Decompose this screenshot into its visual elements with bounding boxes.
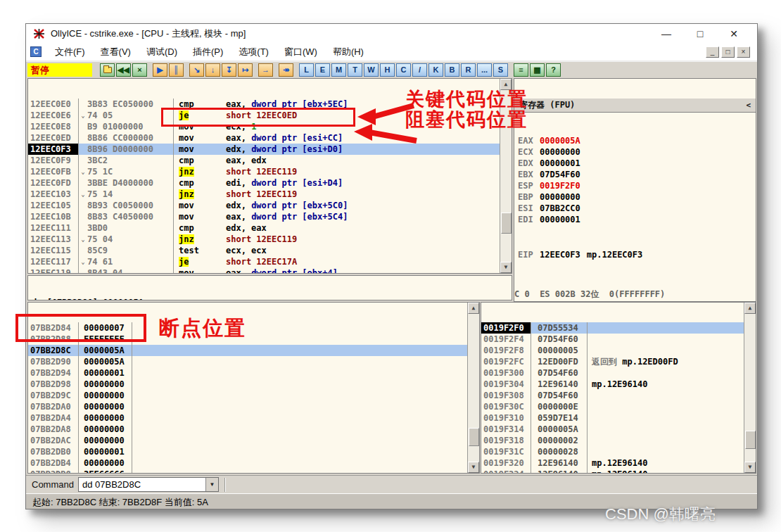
dump-row[interactable]: 07BB2DA000000000 xyxy=(28,401,479,412)
registers-pane[interactable]: 寄存器 (FPU) < EAX0000005AECX00000000EDX000… xyxy=(514,78,756,302)
restart-button[interactable]: ◀◀ xyxy=(116,63,131,77)
dump-row[interactable]: 07BB2DA400000000 xyxy=(28,412,479,424)
register-row[interactable]: EDI00000001 xyxy=(514,214,756,225)
flag-row[interactable]: C 0 ES 002B 32位 0(FFFFFFFF) xyxy=(514,289,756,300)
menu-item-V[interactable]: 查看(V) xyxy=(93,44,139,61)
step-over-button[interactable]: ↓ xyxy=(205,63,220,77)
eip-row[interactable]: EIP12EEC0F3mp.12EEC0F3 xyxy=(514,249,756,260)
disasm-row[interactable]: 12EEC0FD3BBE D4000000cmpedi, dword ptr [… xyxy=(28,177,512,189)
disasm-row[interactable]: 12EEC10B8B83 C4050000moveax, dword ptr [… xyxy=(28,211,512,222)
scrollbar-thumb[interactable] xyxy=(501,213,512,234)
register-row[interactable]: EBP00000000 xyxy=(514,191,756,203)
scroll-up-icon[interactable]: ▲ xyxy=(468,303,479,314)
dump-row[interactable]: 07BB2DB000000001 xyxy=(28,446,479,457)
stack-row[interactable]: 0019F30807D54F60 xyxy=(481,390,756,401)
menu-item-H[interactable]: 帮助(H) xyxy=(325,44,372,61)
dump-row[interactable]: 07BB2D8C0000005A xyxy=(28,345,479,356)
disassembly-pane[interactable]: 12EEC0E03B83 EC050000cmpeax, dword ptr [… xyxy=(27,78,512,274)
scrollbar-thumb[interactable] xyxy=(469,428,479,446)
log-window-button[interactable]: L xyxy=(299,63,314,77)
references-button[interactable]: R xyxy=(461,63,476,77)
windows-button[interactable]: W xyxy=(364,63,379,77)
disasm-row[interactable]: 12EEC0F38B96 D0000000movedx, dword ptr [… xyxy=(28,144,512,155)
register-row[interactable]: ESP0019F2F0 xyxy=(514,180,756,191)
dump-row[interactable]: 07BB2DA800000000 xyxy=(28,424,479,435)
scrollbar-thumb[interactable] xyxy=(745,431,756,449)
trace-over-button[interactable]: ↦ xyxy=(238,63,253,77)
dump-row[interactable]: 07BB2D9800000000 xyxy=(28,379,479,390)
disasm-row[interactable]: 12EEC0E8B9 01000000movecx, 1 xyxy=(28,121,512,132)
breakpoints-button[interactable]: B xyxy=(445,63,459,77)
stack-pane[interactable]: 0019F2F007D555340019F2F407D54F600019F2F8… xyxy=(481,302,756,474)
menu-item-F[interactable]: 文件(F) xyxy=(47,44,93,61)
pause-button[interactable]: ║ xyxy=(169,63,184,77)
chevron-down-icon[interactable]: ▼ xyxy=(205,478,218,491)
disasm-row[interactable]: 12EEC117⌄74 61jeshort 12EEC17A xyxy=(28,256,512,267)
dump-row[interactable]: 07BB2DB83EE66666 xyxy=(28,469,479,474)
run-trace-button[interactable]: ... xyxy=(477,63,492,77)
disasm-row[interactable]: 12EEC1198B43 04moveax, dword ptr [ebx+4] xyxy=(28,267,512,274)
source-button[interactable]: S xyxy=(493,63,508,77)
stack-row[interactable]: 0019F2FC12ED00FD返回到 mp.12ED00FD xyxy=(481,356,756,367)
menu-item-W[interactable]: 窗口(W) xyxy=(277,44,325,61)
stack-row[interactable]: 0019F30007D54F60 xyxy=(481,367,756,379)
open-file-button[interactable] xyxy=(100,63,115,77)
dump-row[interactable]: 07BB2DAC00000000 xyxy=(28,435,479,446)
close-icon[interactable]: ✕ xyxy=(728,28,740,39)
collapse-icon[interactable]: < xyxy=(746,101,751,110)
register-row[interactable]: EAX0000005A xyxy=(514,135,756,146)
scroll-down-icon[interactable]: ▼ xyxy=(744,462,756,473)
step-into-button[interactable]: ↘ xyxy=(189,63,204,77)
command-value[interactable]: dd 07BB2D8C xyxy=(79,478,205,491)
disasm-row[interactable]: 12EEC0F93BC2cmpeax, edx xyxy=(28,155,512,166)
stack-row[interactable]: 0019F31800000002 xyxy=(481,435,756,446)
disasm-row[interactable]: 12EEC103⌄75 14jnzshort 12EEC119 xyxy=(28,189,512,200)
stack-row[interactable]: 0019F2F407D54F60 xyxy=(481,334,756,345)
maximize-icon[interactable]: □ xyxy=(694,28,706,39)
scroll-down-icon[interactable]: ▼ xyxy=(500,262,512,273)
disasm-row[interactable]: 12EEC0E6⌄74 05jeshort 12EEC0ED xyxy=(28,110,512,121)
threads-button[interactable]: T xyxy=(348,63,362,77)
dump-row[interactable]: 07BB2D8400000007 xyxy=(28,322,479,334)
dump-row[interactable]: 07BB2D9C00000000 xyxy=(28,390,479,401)
scroll-up-icon[interactable]: ▲ xyxy=(500,79,512,90)
dump-scrollbar[interactable]: ▲ ▼ xyxy=(467,303,479,473)
dump-row[interactable]: 07BB2D900000005A xyxy=(28,356,479,367)
stack-row[interactable]: 0019F310059D7E14 xyxy=(481,412,756,424)
tools-button[interactable]: ≡ xyxy=(514,63,528,77)
execute-till-return-button[interactable]: → xyxy=(258,63,273,77)
disasm-row[interactable]: 12EEC113⌄75 04jnzshort 12EEC119 xyxy=(28,234,512,245)
disasm-row[interactable]: 12EEC1113BD0cmpedx, eax xyxy=(28,222,512,234)
disasm-row[interactable]: 12EEC0FB⌄75 1Cjnzshort 12EEC119 xyxy=(28,166,512,177)
help-button[interactable]: ? xyxy=(546,63,561,77)
stack-scrollbar[interactable]: ▲ ▼ xyxy=(744,303,756,473)
command-input[interactable]: dd 07BB2D8C ▼ xyxy=(78,477,219,492)
register-row[interactable]: EBX07D54F60 xyxy=(514,169,756,180)
trace-into-button[interactable]: ↧ xyxy=(222,63,236,77)
stack-row[interactable]: 0019F2F800000005 xyxy=(481,345,756,356)
patches-button[interactable]: / xyxy=(412,63,427,77)
close-process-button[interactable]: × xyxy=(132,63,147,77)
scroll-down-icon[interactable]: ▼ xyxy=(468,462,479,473)
disassembly-scrollbar[interactable]: ▲ ▼ xyxy=(500,79,512,273)
stack-row[interactable]: 0019F2F007D55534 xyxy=(481,322,756,334)
disasm-row[interactable]: 12EEC0ED8B86 CC000000moveax, dword ptr [… xyxy=(28,132,512,144)
stack-row[interactable]: 0019F30C0000000E xyxy=(481,401,756,412)
stack-row[interactable]: 0019F31C00000028 xyxy=(481,446,756,457)
mdi-restore-icon[interactable]: □ xyxy=(721,46,735,58)
dump-row[interactable]: 07BB2D88FFFFFFFF xyxy=(28,334,479,345)
dump-row[interactable]: 07BB2DB400000000 xyxy=(28,457,479,469)
appearance-button[interactable]: ▦ xyxy=(530,63,545,77)
register-row[interactable]: EDX00000001 xyxy=(514,158,756,169)
stack-row[interactable]: 0019F32412E96140mp.12E96140 xyxy=(481,469,756,474)
cpu-button[interactable]: C xyxy=(396,63,411,77)
minimize-icon[interactable]: — xyxy=(660,28,673,39)
register-row[interactable]: ESI07BB2CC0 xyxy=(514,203,756,214)
executables-button[interactable]: E xyxy=(315,63,330,77)
stack-row[interactable]: 0019F3140000005A xyxy=(481,424,756,435)
call-stack-button[interactable]: K xyxy=(428,63,443,77)
register-row[interactable]: ECX00000000 xyxy=(514,146,756,158)
stack-row[interactable]: 0019F32012E96140mp.12E96140 xyxy=(481,457,756,469)
memory-map-button[interactable]: M xyxy=(331,63,346,77)
scroll-up-icon[interactable]: ▲ xyxy=(744,303,756,314)
